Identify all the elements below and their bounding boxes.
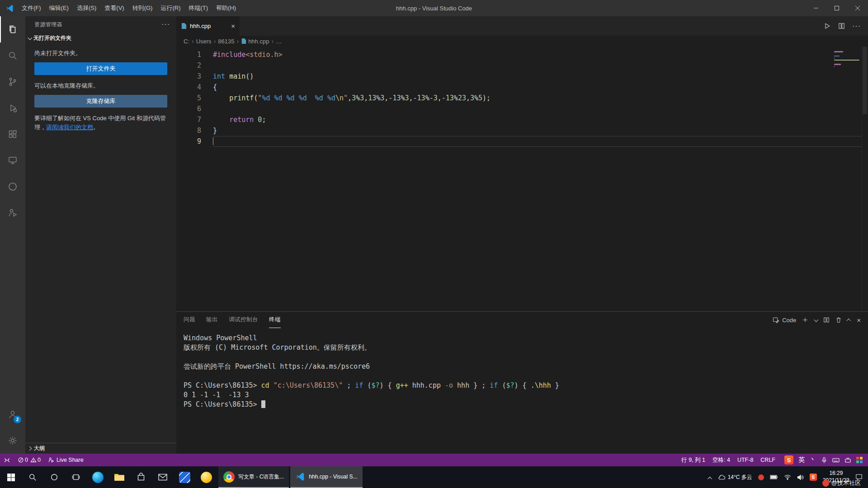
file-explorer-icon[interactable] — [108, 466, 130, 488]
cortana-icon[interactable] — [43, 466, 65, 488]
menu-item[interactable]: 编辑(E) — [45, 0, 73, 16]
close-panel-icon[interactable]: × — [857, 316, 861, 324]
section-no-folder[interactable]: 无打开的文件夹 — [25, 33, 176, 43]
breadcrumb-item[interactable]: Users — [196, 38, 212, 45]
chrome-window-button[interactable]: 写文章 - C语言集... — [218, 466, 289, 488]
taskbar-search-icon[interactable] — [22, 466, 43, 488]
more-actions-button[interactable]: ··· — [852, 22, 861, 30]
extensions-icon[interactable] — [0, 121, 25, 147]
cursor-position[interactable]: 行 9, 列 1 — [678, 454, 709, 466]
yellow-app-icon[interactable] — [195, 466, 217, 488]
github-icon[interactable] — [0, 174, 25, 200]
line-number: 8 — [176, 125, 201, 136]
split-terminal-button[interactable] — [823, 317, 830, 323]
menu-item[interactable]: 帮助(H) — [212, 0, 240, 16]
code-line-content: #include<stdio.h> — [213, 49, 283, 60]
run-button[interactable] — [823, 22, 831, 30]
kill-terminal-button[interactable] — [835, 317, 842, 323]
panel-tabs: 问题输出调试控制台终端 — [184, 312, 281, 328]
sogou-logo-icon[interactable]: S — [784, 455, 793, 465]
encoding[interactable]: UTF-8 — [734, 454, 757, 466]
code-line[interactable]: 9 — [176, 136, 868, 147]
accounts-icon[interactable]: 2 — [0, 401, 25, 427]
new-terminal-button[interactable] — [802, 317, 808, 323]
clone-repo-button[interactable]: 克隆存储库 — [34, 95, 167, 108]
sogou-tray-icon[interactable]: S — [810, 474, 817, 481]
run-debug-icon[interactable] — [0, 95, 25, 121]
terminal-output[interactable]: Windows PowerShell版权所有 (C) Microsoft Cor… — [176, 328, 868, 454]
ime-mode-indicator[interactable]: 英 — [798, 456, 805, 464]
breadcrumb-item[interactable]: … — [276, 38, 282, 45]
breadcrumb-item[interactable]: hhh.cpp — [241, 38, 269, 45]
start-button[interactable] — [0, 466, 22, 488]
blue-app-icon[interactable] — [174, 466, 195, 488]
microphone-icon[interactable] — [821, 457, 827, 464]
terminal-profile-select[interactable]: Code — [773, 317, 796, 324]
code-line[interactable]: 6 — [176, 103, 868, 114]
menu-item[interactable]: 终端(T) — [184, 0, 212, 16]
menu-item[interactable]: 运行(R) — [156, 0, 184, 16]
code-line[interactable]: 5 printf("%d %d %d %d %d %d\n",3%3,13%3,… — [176, 93, 868, 103]
code-line[interactable]: 7 return 0; — [176, 114, 868, 125]
weather-widget[interactable]: 14°C 多云 — [718, 474, 752, 481]
store-icon[interactable] — [130, 466, 152, 488]
close-button[interactable] — [847, 0, 868, 16]
ime-punctuation-indicator[interactable]: 丶 — [810, 456, 816, 464]
eol-sequence[interactable]: CRLF — [757, 454, 779, 466]
code-line[interactable]: 1#include<stdio.h> — [176, 49, 868, 60]
edge-icon[interactable] — [87, 466, 108, 488]
battery-icon[interactable] — [770, 475, 778, 479]
source-control-icon[interactable] — [0, 69, 25, 95]
hidden-icons-chevron[interactable] — [708, 476, 712, 481]
menu-item[interactable]: 查看(V) — [100, 0, 128, 16]
live-share-status[interactable]: Live Share — [44, 454, 87, 466]
minimap-line — [834, 56, 840, 57]
minimize-button[interactable] — [806, 0, 826, 16]
remote-explorer-icon[interactable] — [0, 147, 25, 174]
breadcrumb-item[interactable]: 86135 — [218, 38, 234, 45]
tray-red-app-icon[interactable] — [758, 474, 764, 480]
panel-tab[interactable]: 输出 — [206, 312, 218, 328]
tab-hhh-cpp[interactable]: hhh.cpp × — [176, 16, 240, 36]
panel-tab[interactable]: 调试控制台 — [229, 312, 258, 328]
live-share-icon[interactable] — [0, 200, 25, 226]
mail-icon[interactable] — [152, 466, 174, 488]
search-icon[interactable] — [0, 42, 25, 69]
read-docs-link[interactable]: 请阅读我们的文档 — [46, 124, 93, 131]
indentation[interactable]: 空格: 4 — [709, 454, 734, 466]
code-line[interactable]: 8} — [176, 125, 868, 136]
split-editor-button[interactable] — [838, 23, 845, 29]
sidebar-more-actions-button[interactable]: ··· — [161, 20, 170, 28]
maximize-panel-icon[interactable] — [846, 318, 851, 323]
wifi-icon[interactable] — [784, 474, 791, 480]
menu-item[interactable]: 文件(F) — [18, 0, 45, 16]
code-line[interactable]: 4{ — [176, 82, 868, 93]
outline-section[interactable]: 大纲 — [25, 443, 176, 454]
open-folder-button[interactable]: 打开文件夹 — [34, 62, 167, 75]
editor-scrollbar[interactable] — [862, 47, 868, 311]
code-line[interactable]: 2 — [176, 60, 868, 71]
panel-tab[interactable]: 问题 — [184, 312, 195, 328]
problems-indicator[interactable]: 0 0 — [14, 454, 44, 466]
breadcrumb-item[interactable]: C: — [184, 38, 189, 45]
remote-indicator[interactable] — [0, 454, 14, 466]
code-line-content: return 0; — [213, 114, 266, 125]
terminal-dropdown-icon[interactable] — [814, 317, 818, 322]
settings-gear-icon[interactable] — [0, 427, 25, 454]
maximize-button[interactable] — [826, 0, 847, 16]
tab-close-icon[interactable]: × — [231, 22, 235, 30]
panel-tab[interactable]: 终端 — [269, 312, 281, 328]
toolbox-icon[interactable] — [844, 457, 851, 463]
code-line[interactable]: 3int main() — [176, 71, 868, 82]
keyboard-icon[interactable] — [832, 457, 840, 463]
menu-item[interactable]: 选择(S) — [73, 0, 100, 16]
code-editor[interactable]: 1#include<stdio.h>23int main()4{5 printf… — [176, 47, 868, 311]
task-view-icon[interactable] — [65, 466, 87, 488]
explorer-icon[interactable] — [0, 16, 25, 42]
volume-icon[interactable] — [797, 474, 804, 480]
sogou-toolbox-grid-icon[interactable] — [856, 457, 863, 463]
vscode-window-button[interactable]: hhh.cpp - Visual S... — [290, 466, 362, 488]
minimap-line — [834, 57, 835, 59]
menu-item[interactable]: 转到(G) — [128, 0, 157, 16]
minimap[interactable] — [833, 50, 861, 69]
